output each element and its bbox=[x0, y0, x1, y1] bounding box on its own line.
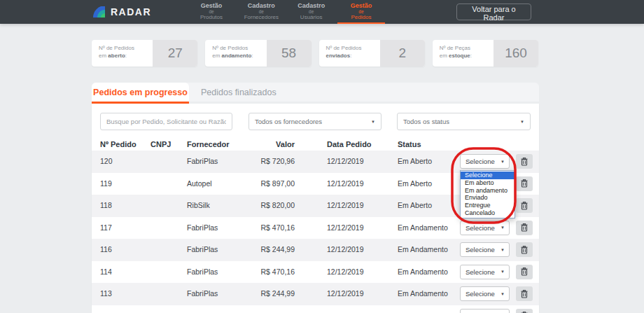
cell-valor: R$ 720,96 bbox=[218, 151, 295, 173]
stats-row: Nº de Pedidos em aberto: 27 Nº de Pedido… bbox=[92, 40, 538, 67]
cell-data-pedido: 12/12/2019 bbox=[327, 195, 390, 217]
cell-valor: R$ 820,00 bbox=[218, 195, 295, 217]
cell-data-pedido: 12/12/2019 bbox=[327, 217, 390, 239]
chevron-down-icon: ▼ bbox=[500, 160, 505, 164]
cell-status: Em Andamento bbox=[398, 261, 457, 284]
stat-card: Nº de Peças em estoque: 160 bbox=[433, 40, 538, 67]
header-cnpj: CNPJ bbox=[150, 137, 184, 151]
delete-order-button[interactable] bbox=[516, 221, 533, 235]
status-select-value: Selecione bbox=[465, 224, 500, 232]
nav-item-pedidos[interactable]: Gestão de Pedidos bbox=[337, 0, 385, 24]
chevron-down-icon: ▼ bbox=[520, 120, 524, 124]
stat-value: 2 bbox=[380, 40, 425, 67]
delete-order-button[interactable] bbox=[516, 286, 533, 301]
status-select-value: Selecione bbox=[465, 246, 500, 253]
tab-pedidos-finalizados[interactable]: Pedidos finalizados bbox=[201, 88, 276, 97]
delete-order-button[interactable] bbox=[516, 309, 533, 313]
status-select[interactable]: Selecione ▼ bbox=[460, 221, 510, 235]
nav-item-produtos[interactable]: Gestão de Produtos bbox=[188, 0, 235, 24]
cell-n-pedido: 116 bbox=[100, 239, 149, 261]
nav-item-mid: de bbox=[288, 9, 335, 14]
delete-order-button[interactable] bbox=[516, 265, 533, 279]
delete-order-button[interactable] bbox=[516, 198, 533, 213]
table-row: 113 FabriPlas R$ 244,99 12/12/2019 Em An… bbox=[92, 283, 539, 305]
status-select[interactable]: Selecione ▼ bbox=[460, 286, 510, 301]
stat-value: 27 bbox=[153, 40, 197, 67]
cell-status: Em Aberto bbox=[398, 195, 457, 217]
trash-icon bbox=[521, 290, 528, 298]
stat-label: Nº de Pedidos em aberto: bbox=[92, 40, 153, 67]
chevron-down-icon: ▼ bbox=[371, 120, 375, 124]
nav-item-fornecedores[interactable]: Cadastro de Fornecedores bbox=[237, 0, 285, 24]
orders-panel: Todos os fornecedores ▼ Todos os status … bbox=[92, 104, 539, 313]
status-dropdown-option[interactable]: Enviado bbox=[461, 194, 514, 202]
main-nav: Gestão de Produtos Cadastro de Fornecedo… bbox=[188, 0, 385, 24]
cell-data-pedido: 12/12/2019 bbox=[327, 261, 390, 284]
search-input[interactable] bbox=[100, 113, 232, 130]
stat-card: Nº de Pedidos em aberto: 27 bbox=[92, 40, 197, 67]
trash-icon bbox=[521, 202, 528, 210]
status-filter-value: Todos os status bbox=[403, 118, 520, 125]
nav-item-sub: Fornecedores bbox=[237, 14, 285, 21]
trash-icon bbox=[521, 223, 528, 232]
chevron-down-icon: ▼ bbox=[500, 292, 505, 296]
stat-label: Nº de Pedidos enviados: bbox=[319, 40, 380, 67]
header-n-pedido: Nº Pedido bbox=[100, 137, 149, 151]
status-select[interactable]: Selecione ▼ bbox=[460, 265, 510, 279]
status-select-value: Selecione bbox=[465, 268, 500, 276]
status-select[interactable]: Selecione ▼ bbox=[460, 309, 510, 313]
top-navbar: RADAR Gestão de Produtos Cadastro de For… bbox=[0, 0, 644, 24]
trash-icon bbox=[521, 267, 528, 276]
tab-pedidos-em-progresso[interactable]: Pedidos em progresso bbox=[92, 83, 189, 102]
logo-text: RADAR bbox=[111, 6, 151, 18]
header-status: Status bbox=[398, 137, 457, 151]
cell-status: Em Aberto bbox=[398, 151, 457, 173]
status-select-value: Selecione bbox=[465, 290, 500, 298]
cell-status: Em Aberto bbox=[398, 173, 457, 195]
status-dropdown-option[interactable]: Em aberto bbox=[461, 179, 514, 187]
status-dropdown-option[interactable]: Cancelado bbox=[461, 209, 514, 217]
nav-item-mid: de bbox=[237, 9, 285, 14]
trash-icon bbox=[521, 246, 528, 254]
supplier-filter-select[interactable]: Todos os fornecedores ▼ bbox=[248, 113, 382, 130]
chevron-down-icon: ▼ bbox=[500, 270, 505, 274]
nav-item-title: Gestão bbox=[337, 2, 385, 9]
cell-valor: R$ 897,00 bbox=[218, 173, 295, 195]
nav-item-mid: de bbox=[337, 9, 385, 14]
stat-label: Nº de Pedidos em andamento: bbox=[205, 40, 266, 67]
status-select[interactable]: Selecione ▼ bbox=[460, 242, 510, 257]
table-header: Nº Pedido CNPJ Fornecedor Valor Data Ped… bbox=[92, 137, 539, 151]
cell-data-pedido: 12/12/2019 bbox=[327, 239, 390, 261]
status-select[interactable]: Selecione ▼ bbox=[460, 154, 510, 169]
status-dropdown-option[interactable]: Selecione bbox=[461, 172, 514, 179]
nav-item-title: Cadastro bbox=[288, 2, 335, 9]
delete-order-button[interactable] bbox=[516, 176, 533, 191]
trash-icon bbox=[521, 158, 528, 166]
cell-status: Em Andamento bbox=[398, 217, 457, 239]
app-logo[interactable]: RADAR bbox=[91, 0, 151, 24]
cell-n-pedido: 114 bbox=[100, 261, 149, 284]
cell-valor: R$ 470,16 bbox=[218, 261, 295, 284]
header-valor: Valor bbox=[218, 137, 295, 151]
status-filter-select[interactable]: Todos os status ▼ bbox=[397, 113, 531, 130]
delete-order-button[interactable] bbox=[516, 154, 533, 169]
stat-card: Nº de Pedidos enviados: 2 bbox=[319, 40, 425, 67]
chevron-down-icon: ▼ bbox=[500, 248, 505, 252]
chevron-down-icon: ▼ bbox=[500, 225, 505, 230]
table-row: Selecione ▼ bbox=[92, 305, 539, 313]
cell-n-pedido: 119 bbox=[100, 173, 149, 195]
table-row: 120 FabriPlas R$ 720,96 12/12/2019 Em Ab… bbox=[92, 151, 539, 173]
table-row: 114 FabriPlas R$ 470,16 12/12/2019 Em An… bbox=[92, 261, 539, 284]
delete-order-button[interactable] bbox=[516, 242, 533, 257]
status-dropdown-option[interactable]: Em andamento bbox=[461, 187, 514, 195]
cell-valor: R$ 244,99 bbox=[218, 239, 295, 261]
voltar-radar-button[interactable]: Voltar para o Radar bbox=[456, 4, 531, 20]
cell-data-pedido: 12/12/2019 bbox=[327, 283, 390, 305]
cell-n-pedido: 118 bbox=[100, 195, 149, 217]
status-select-value: Selecione bbox=[465, 158, 500, 165]
nav-item-title: Gestão bbox=[188, 2, 235, 9]
cell-n-pedido: 113 bbox=[100, 283, 149, 305]
status-dropdown-option[interactable]: Entregue bbox=[461, 202, 514, 209]
cell-valor: R$ 470,16 bbox=[218, 217, 295, 239]
nav-item-usuarios[interactable]: Cadastro de Usuários bbox=[288, 0, 335, 24]
